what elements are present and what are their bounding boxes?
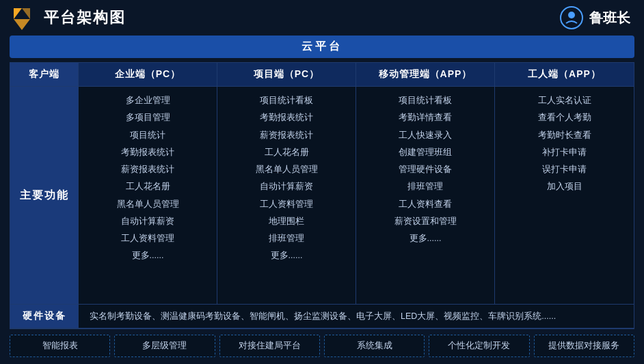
cloud-platform-bar: 云平台	[10, 36, 634, 58]
list-item: 工人花名册	[265, 145, 309, 160]
list-item: 考勤详情查看	[399, 111, 452, 125]
list-item: 多企业管理	[126, 94, 170, 108]
feature-item-1: 多层级管理	[114, 335, 215, 357]
list-item: 自动计算薪资	[260, 180, 313, 194]
main-content: 云平台 客户端 企业端（PC） 项目端（PC） 移动管理端（APP） 工人端（A…	[0, 36, 644, 364]
list-item: 考勤报表统计	[260, 111, 313, 125]
list-item: 薪资报表统计	[260, 128, 313, 143]
main-functions-row: 主要功能 多企业管理 多项目管理 项目统计 考勤报表统计 薪资报表统计 工人花名…	[10, 87, 634, 305]
list-item: 创建管理班组	[399, 145, 452, 160]
project-content: 项目统计看板 考勤报表统计 薪资报表统计 工人花名册 黑名单人员管理 自动计算薪…	[217, 87, 356, 304]
list-item: 工人快速录入	[399, 128, 452, 143]
svg-marker-1	[22, 8, 30, 19]
col-header-mobile: 移动管理端（APP）	[356, 63, 495, 86]
list-item: 项目统计看板	[399, 94, 452, 108]
header-title: 平台架构图	[44, 8, 126, 28]
list-item: 考勤时长查看	[538, 128, 591, 143]
header-left: 平台架构图	[11, 5, 126, 30]
column-headers: 客户端 企业端（PC） 项目端（PC） 移动管理端（APP） 工人端（APP）	[10, 63, 634, 87]
list-item: 更多......	[271, 249, 303, 263]
list-item: 管理硬件设备	[399, 163, 452, 177]
cloud-platform-label: 云平台	[301, 40, 343, 52]
header: 平台架构图 鲁班长	[0, 0, 644, 36]
hardware-label: 硬件设备	[10, 305, 79, 328]
mobile-content: 项目统计看板 考勤详情查看 工人快速录入 创建管理班组 管理硬件设备 排班管理 …	[356, 87, 495, 304]
list-item: 黑名单人员管理	[256, 163, 318, 177]
list-item: 更多......	[132, 249, 164, 263]
list-item: 查看个人考勤	[538, 111, 591, 125]
platform-table: 客户端 企业端（PC） 项目端（PC） 移动管理端（APP） 工人端（APP） …	[10, 62, 634, 329]
feature-item-0: 智能报表	[10, 335, 110, 357]
list-item: 更多......	[410, 232, 442, 246]
svg-marker-0	[14, 8, 22, 19]
list-item: 自动计算薪资	[121, 214, 174, 229]
hardware-content: 实名制考勤设备、测温健康码考勤设备、智能闸机、扬尘监测设备、电子大屏、LED大屏…	[79, 305, 634, 328]
worker-content: 工人实名认证 查看个人考勤 考勤时长查看 补打卡申请 误打卡申请 加入项目	[495, 87, 634, 304]
list-item: 多项目管理	[126, 111, 170, 125]
list-item: 工人实名认证	[538, 94, 591, 108]
list-item: 项目统计	[130, 128, 165, 143]
feature-item-2: 对接住建局平台	[219, 335, 320, 357]
list-item: 加入项目	[547, 180, 582, 194]
enterprise-content: 多企业管理 多项目管理 项目统计 考勤报表统计 薪资报表统计 工人花名册 黑名单…	[79, 87, 217, 304]
list-item: 薪资设置和管理	[394, 214, 457, 229]
col-header-enterprise: 企业端（PC）	[79, 63, 217, 86]
svg-marker-2	[14, 19, 30, 30]
list-item: 工人资料管理	[260, 197, 313, 212]
list-item: 补打卡申请	[542, 145, 587, 160]
col-header-client: 客户端	[10, 63, 79, 86]
list-item: 排班管理	[407, 180, 443, 194]
list-item: 考勤报表统计	[121, 145, 174, 160]
list-item: 黑名单人员管理	[117, 197, 179, 212]
feature-item-4: 个性化定制开发	[429, 335, 529, 357]
list-item: 工人资料管理	[121, 232, 174, 246]
svg-point-4	[568, 12, 575, 18]
brand-icon	[559, 5, 584, 30]
list-item: 排班管理	[269, 232, 304, 246]
col-header-worker: 工人端（APP）	[495, 63, 634, 86]
brand-name: 鲁班长	[589, 9, 630, 27]
logo-icon	[11, 5, 36, 30]
feature-item-3: 系统集成	[324, 335, 425, 357]
list-item: 地理围栏	[269, 214, 304, 229]
col-header-project: 项目端（PC）	[217, 63, 356, 86]
list-item: 薪资报表统计	[121, 163, 174, 177]
list-item: 误打卡申请	[542, 163, 587, 177]
brand: 鲁班长	[559, 5, 630, 30]
main-functions-label: 主要功能	[10, 87, 79, 304]
feature-item-5: 提供数据对接服务	[534, 335, 634, 357]
hardware-row: 硬件设备 实名制考勤设备、测温健康码考勤设备、智能闸机、扬尘监测设备、电子大屏、…	[10, 305, 634, 328]
list-item: 项目统计看板	[260, 94, 313, 108]
list-item: 工人资料查看	[399, 197, 452, 212]
features-row: 智能报表 多层级管理 对接住建局平台 系统集成 个性化定制开发 提供数据对接服务	[10, 335, 634, 357]
list-item: 工人花名册	[126, 180, 170, 194]
